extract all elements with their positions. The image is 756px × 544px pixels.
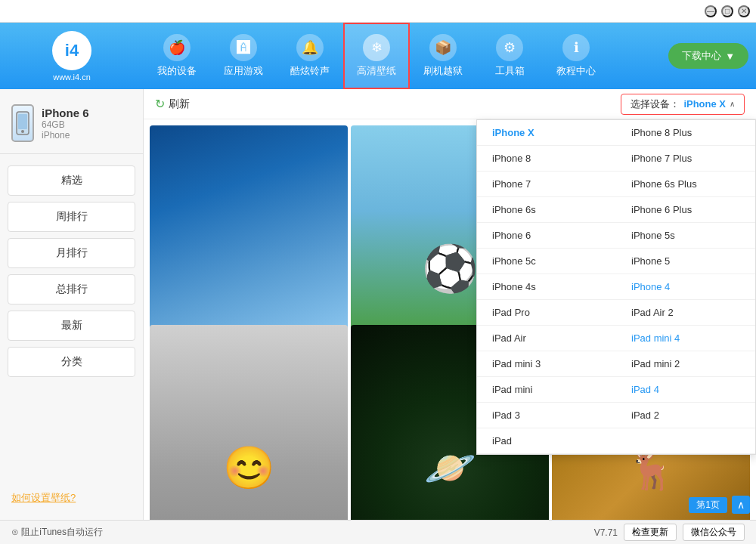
nav-icon-tools: ⚙ (496, 34, 523, 61)
dropdown-item-ipad-air[interactable]: iPad Air (477, 326, 616, 351)
wechat-button[interactable]: 微信公众号 (683, 524, 745, 541)
dropdown-item-ipad-4[interactable]: iPad 4 (616, 377, 755, 403)
sidebar-btn-category[interactable]: 分类 (8, 347, 135, 377)
device-name: iPhone 6 (42, 107, 89, 119)
dropdown-item-ipad-air-2[interactable]: iPad Air 2 (616, 300, 755, 326)
maximize-button[interactable]: □ (721, 5, 733, 17)
scroll-top-button[interactable]: ∧ (732, 496, 750, 514)
nav-item-wallpaper[interactable]: ❄ 高清壁纸 (343, 23, 410, 89)
logo-icon: i4 (52, 31, 91, 70)
dropdown-item-iphone-7[interactable]: iPhone 7 (477, 172, 616, 197)
nav-item-ringtone[interactable]: 🔔 酷炫铃声 (277, 23, 343, 89)
dropdown-item-iphone-x[interactable]: iPhone X (477, 120, 616, 146)
nav-item-jailbreak[interactable]: 📦 刷机越狱 (410, 23, 476, 89)
device-info: iPhone 6 64GB iPhone (0, 97, 143, 154)
svg-point-2 (21, 130, 24, 133)
dropdown-item-iphone-6[interactable]: iPhone 6 (477, 223, 616, 249)
device-icon (11, 104, 34, 142)
sidebar-btn-monthly[interactable]: 月排行 (8, 238, 135, 268)
nav-icon-app-game: 🅰 (230, 34, 257, 61)
content-toolbar: ↻ 刷新 选择设备： iPhone X ∧ (144, 89, 756, 119)
dropdown-item-iphone-6s-plus[interactable]: iPhone 6s Plus (616, 172, 755, 197)
dropdown-item-ipad[interactable]: iPad (477, 428, 616, 454)
sidebar: iPhone 6 64GB iPhone 精选 周排行 月排行 总排行 最新 分… (0, 89, 144, 520)
refresh-icon: ↻ (155, 97, 165, 111)
dropdown-item-ipad-2[interactable]: iPad 2 (616, 403, 755, 428)
close-button[interactable]: ✕ (738, 5, 750, 17)
minimize-button[interactable]: — (705, 5, 717, 17)
dropdown-item-iphone-4s[interactable]: iPhone 4s (477, 274, 616, 300)
sidebar-btn-weekly[interactable]: 周排行 (8, 202, 135, 232)
dropdown-item-ipad-mini-4[interactable]: iPad mini 4 (616, 326, 755, 351)
nav-icon-my-device: 🍎 (163, 34, 191, 61)
status-left: ⊙ 阻止iTunes自动运行 (11, 526, 103, 539)
download-button[interactable]: 下载中心 ▼ (668, 43, 748, 69)
device-type: iPhone (42, 130, 89, 141)
dropdown-item-empty (616, 428, 755, 454)
dropdown-grid: iPhone X iPhone 8 Plus iPhone 8 iPhone 7… (477, 120, 755, 454)
nav-item-tutorial[interactable]: ℹ 教程中心 (543, 23, 609, 89)
device-dropdown: iPhone X iPhone 8 Plus iPhone 8 iPhone 7… (476, 119, 756, 455)
dropdown-item-iphone-6s[interactable]: iPhone 6s (477, 197, 616, 223)
dropdown-item-iphone-8-plus[interactable]: iPhone 8 Plus (616, 120, 755, 146)
device-storage: 64GB (42, 119, 89, 130)
logo-area: i4 www.i4.cn (0, 31, 144, 82)
nav-item-my-device[interactable]: 🍎 我的设备 (144, 23, 210, 89)
dropdown-item-ipad-mini[interactable]: iPad mini (477, 377, 616, 403)
header: i4 www.i4.cn 🍎 我的设备 🅰 应用游戏 🔔 酷炫铃声 ❄ 高清壁纸… (0, 23, 756, 89)
logo-url: www.i4.cn (53, 73, 91, 82)
stop-itunes-label[interactable]: ⊙ 阻止iTunes自动运行 (11, 526, 103, 539)
dropdown-item-iphone-8[interactable]: iPhone 8 (477, 146, 616, 172)
help-link[interactable]: 如何设置壁纸? (0, 484, 143, 512)
check-update-button[interactable]: 检查更新 (624, 524, 677, 541)
dropdown-item-iphone-4[interactable]: iPhone 4 (616, 274, 755, 300)
nav-item-app-game[interactable]: 🅰 应用游戏 (210, 23, 277, 89)
nav-icon-ringtone: 🔔 (296, 34, 324, 61)
wallpaper-item-kid[interactable]: 😊 (150, 325, 348, 520)
dropdown-item-ipad-pro[interactable]: iPad Pro (477, 300, 616, 326)
nav-icon-jailbreak: 📦 (429, 34, 457, 61)
dropdown-item-iphone-7-plus[interactable]: iPhone 7 Plus (616, 146, 755, 172)
dropdown-item-iphone-5[interactable]: iPhone 5 (616, 249, 755, 274)
content-area: ↻ 刷新 选择设备： iPhone X ∧ Messi 🧑 ⚽ (144, 89, 756, 520)
selected-device-label: iPhone X (683, 98, 726, 110)
device-select-button[interactable]: 选择设备： iPhone X ∧ (621, 94, 745, 115)
dropdown-item-iphone-5c[interactable]: iPhone 5c (477, 249, 616, 274)
nav-icon-wallpaper: ❄ (363, 34, 390, 61)
sidebar-btn-total[interactable]: 总排行 (8, 274, 135, 304)
status-bar: ⊙ 阻止iTunes自动运行 V7.71 检查更新 微信公众号 (0, 520, 756, 544)
main-layout: iPhone 6 64GB iPhone 精选 周排行 月排行 总排行 最新 分… (0, 89, 756, 520)
dropdown-item-iphone-6-plus[interactable]: iPhone 6 Plus (616, 197, 755, 223)
nav-item-tools[interactable]: ⚙ 工具箱 (476, 23, 543, 89)
dropdown-item-iphone-5s[interactable]: iPhone 5s (616, 223, 755, 249)
page-indicator[interactable]: 第1页 (689, 497, 727, 513)
dropdown-item-ipad-mini-3[interactable]: iPad mini 3 (477, 351, 616, 377)
dropdown-item-ipad-mini-2[interactable]: iPad mini 2 (616, 351, 755, 377)
version-label: V7.71 (594, 527, 618, 538)
sidebar-btn-featured[interactable]: 精选 (8, 165, 135, 196)
nav-items: 🍎 我的设备 🅰 应用游戏 🔔 酷炫铃声 ❄ 高清壁纸 📦 刷机越狱 ⚙ 工具箱… (144, 23, 756, 89)
sidebar-menu: 精选 周排行 月排行 总排行 最新 分类 (0, 154, 143, 388)
svg-rect-1 (18, 114, 27, 129)
nav-icon-tutorial: ℹ (562, 34, 590, 61)
status-right: V7.71 检查更新 微信公众号 (594, 524, 745, 541)
title-bar: — □ ✕ (0, 0, 756, 23)
dropdown-item-ipad-3[interactable]: iPad 3 (477, 403, 616, 428)
refresh-button[interactable]: ↻ 刷新 (155, 97, 190, 111)
sidebar-btn-newest[interactable]: 最新 (8, 311, 135, 341)
